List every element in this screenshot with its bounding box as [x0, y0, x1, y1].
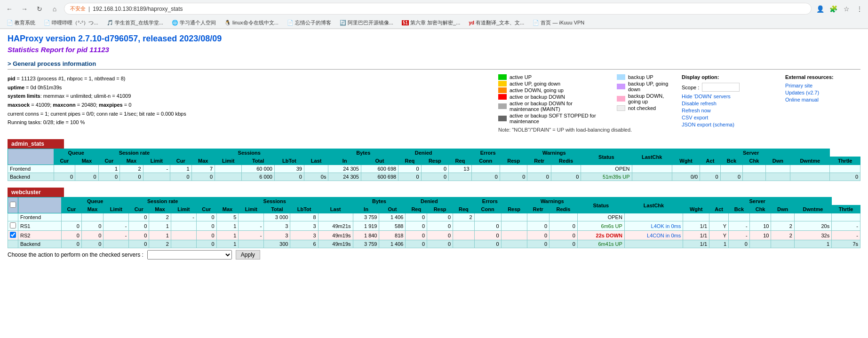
wc-rs1-bck: -	[729, 221, 750, 231]
info-text: pid = 11123 (process #1, nbproc = 1, nbt…	[8, 74, 489, 133]
legend-not-checked: not checked	[617, 105, 672, 111]
bookmark-bilibili[interactable]: 📄 哔哩哔哩（°-°）つ...	[41, 18, 101, 27]
bookmark-xuexitong[interactable]: 🌐 学习通个人空间	[169, 18, 219, 27]
display-options: Display option: Scope : Hide 'DOWN' serv…	[682, 74, 776, 133]
bookmark-jiami[interactable]: 51 第六章 加密与解密_...	[399, 18, 463, 27]
hide-down-link[interactable]: Hide 'DOWN' servers	[682, 94, 776, 99]
online-manual-link[interactable]: Online manual	[785, 97, 860, 102]
json-export-link[interactable]: JSON export (schema)	[682, 122, 776, 127]
extension-icon[interactable]: 🧩	[828, 4, 838, 14]
csv-export-link[interactable]: CSV export	[682, 115, 776, 120]
legend-soft-stop: active or backup SOFT STOPPED for mainte…	[498, 113, 603, 124]
wc-f-s-max: 5	[216, 213, 239, 221]
info-line-6: Running tasks: 0/28; idle = 100 %	[8, 118, 489, 127]
th-d-resp: Resp	[421, 157, 448, 165]
apply-button[interactable]: Apply	[236, 250, 260, 259]
wc-th-dwntme: Dwntme	[794, 205, 831, 213]
admin-f-q-max	[75, 165, 98, 173]
wc-rs1-s-max: 1	[216, 221, 239, 231]
admin-f-e-conn	[471, 165, 500, 173]
bookmark-xuesheng[interactable]: 🎵 学生首页_在线学堂...	[104, 18, 166, 27]
legend-color-active-down-going-up	[498, 87, 507, 93]
wc-th-e-req: Req	[453, 205, 475, 213]
wc-rs2-s-lbtot: 3	[290, 231, 318, 240]
legend-color-not-checked	[617, 105, 625, 111]
th-e-req: Req	[449, 157, 471, 165]
wc-rs2-b-in: 1 840	[353, 231, 379, 240]
forward-button[interactable]: →	[19, 3, 30, 15]
wc-rs2-cb-cell[interactable]	[8, 231, 18, 240]
profile-icon[interactable]: 👤	[815, 4, 825, 14]
info-line-4: maxsock = 41009; maxconn = 20480; maxpip…	[8, 101, 489, 110]
th-b-out: Out	[361, 157, 398, 165]
wc-rs2-d-resp: 0	[427, 231, 453, 240]
bookmark-icon[interactable]: ☆	[842, 4, 851, 14]
wc-rs1-label: RS1	[18, 221, 62, 231]
bookmark-jiaoyuxitong[interactable]: 📄 教育系统	[4, 18, 38, 27]
primary-site-link[interactable]: Primary site	[785, 83, 860, 88]
admin-f-thrtle	[830, 165, 860, 173]
refresh-now-link[interactable]: Refresh now	[682, 108, 776, 113]
wc-th-q-limit: Limit	[104, 205, 129, 213]
wc-th-e-resp: Resp	[501, 205, 527, 213]
wc-rs2-s-max: 1	[216, 231, 239, 240]
legend-active-down-going-up: active DOWN, going up	[498, 87, 603, 93]
bookmark-wangqing[interactable]: 📄 忘情公子的博客	[284, 18, 334, 27]
admin-f-bck	[720, 165, 743, 173]
bookmark-ikuuu[interactable]: 📄 首页 — iKuuu VPN	[530, 18, 587, 27]
admin-b-s-total: 6 000	[242, 173, 274, 181]
address-bar[interactable]: 不安全 | 192.168.10.130:8189/haproxy_stats	[64, 3, 812, 15]
settings-icon[interactable]: ⋮	[855, 4, 864, 14]
wc-th-status: Status	[577, 197, 624, 213]
wc-th-s-last: Last	[318, 205, 353, 213]
updates-link[interactable]: Updates (v2.7)	[785, 90, 860, 95]
admin-stats-title: admin_stats	[8, 139, 64, 149]
home-button[interactable]: ⌂	[49, 3, 60, 15]
wc-f-lastchk	[624, 213, 683, 221]
wc-rs1-lastchk[interactable]: L4OK in 0ms	[624, 221, 683, 231]
scope-input[interactable]	[702, 83, 740, 92]
admin-f-d-resp: 0	[421, 165, 448, 173]
legend-color-active-backup-down	[498, 94, 507, 100]
bookmark-aliyun[interactable]: 🔄 阿里巴巴开源镜像...	[337, 18, 396, 27]
admin-b-w-redis: 0	[551, 173, 581, 181]
admin-f-e-resp	[500, 165, 527, 173]
wc-th-s-limit: Limit	[239, 205, 264, 213]
legend-active-up: active UP	[498, 74, 603, 80]
wc-b-dwn	[771, 240, 794, 248]
action-select[interactable]	[147, 250, 232, 259]
legend-color-active-maint	[498, 103, 507, 109]
wc-rs2-checkbox[interactable]	[10, 232, 16, 238]
wc-f-w-redis	[549, 213, 578, 221]
general-section-header: > General process information	[8, 58, 860, 70]
admin-b-e-req	[449, 173, 471, 181]
security-warning: 不安全	[70, 5, 86, 12]
wc-rs1-checkbox[interactable]	[10, 222, 16, 228]
wc-f-s-lbtot: 8	[290, 213, 318, 221]
bookmark-youdao[interactable]: yd 有道翻译_文本、文...	[466, 18, 527, 27]
reload-button[interactable]: ↻	[34, 3, 45, 15]
wc-th-s-total: Total	[264, 205, 290, 213]
wc-f-act	[709, 213, 729, 221]
wc-b-q-cur: 0	[61, 240, 81, 248]
back-button[interactable]: ←	[4, 3, 15, 15]
wc-rs2-act: Y	[709, 231, 729, 240]
wc-th-dwn: Dwn	[771, 205, 794, 213]
admin-f-s-lbtot: 39	[274, 165, 304, 173]
admin-b-e-conn: 0	[471, 173, 500, 181]
bookmark-linux[interactable]: 🐧 linux命令在线中文...	[222, 18, 281, 27]
wc-b-b-out: 1 406	[379, 240, 406, 248]
wc-rs2-sr-max: 1	[149, 231, 171, 240]
wc-rs1-cb-cell[interactable]	[8, 221, 18, 231]
admin-b-d-resp: 0	[421, 173, 448, 181]
wc-f-e-resp	[501, 213, 527, 221]
wc-th-w-redis: Redis	[549, 205, 578, 213]
webcluster-select-all[interactable]	[10, 202, 16, 208]
admin-b-s-limit	[215, 173, 242, 181]
wc-rs2-lastchk[interactable]: L4CON in 0ms	[624, 231, 683, 240]
wc-b-w-retr: 0	[527, 240, 549, 248]
wc-f-s-total: 3 000	[264, 213, 290, 221]
wc-b-s-limit	[239, 240, 264, 248]
disable-refresh-link[interactable]: Disable refresh	[682, 101, 776, 106]
action-prompt: Choose the action to perform on the chec…	[8, 252, 143, 258]
